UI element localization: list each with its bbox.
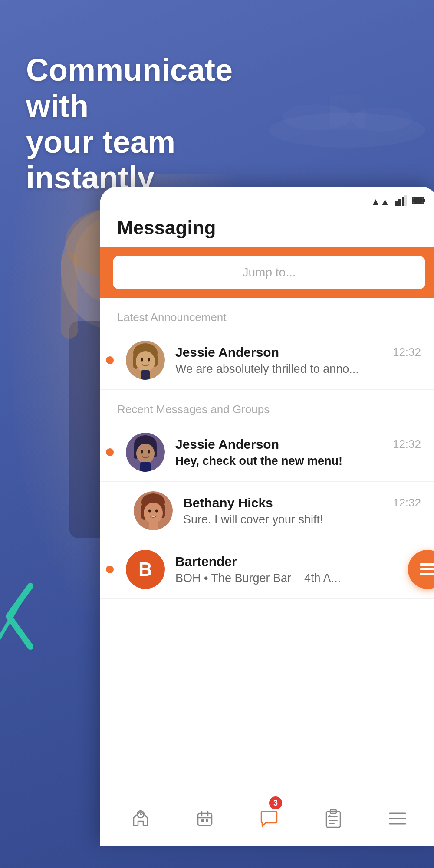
message-content: Jessie Anderson 12:32 Hey, check out the… (175, 437, 421, 468)
avatar (134, 491, 173, 530)
svg-rect-42 (420, 568, 434, 570)
svg-rect-11 (398, 199, 401, 206)
svg-rect-13 (404, 195, 407, 206)
svg-point-38 (148, 510, 151, 513)
message-time: 12:32 (393, 437, 421, 451)
svg-point-22 (141, 358, 143, 362)
message-header: Bartender (175, 554, 421, 569)
message-header: Bethany Hicks 12:32 (183, 496, 421, 510)
message-preview: Sure. I will cover your shift! (183, 513, 421, 526)
section-label-recent: Recent Messages and Groups (100, 390, 434, 423)
chat-icon (260, 810, 279, 827)
message-preview: Hey, check out the new menu! (175, 454, 421, 468)
unread-indicator (106, 566, 114, 573)
wifi-icon: ▲▲ (371, 196, 390, 207)
message-header: Jessie Anderson 12:32 (175, 345, 421, 360)
menu-fab-icon (420, 563, 434, 575)
decorative-arrow (0, 577, 39, 655)
message-header: Jessie Anderson 12:32 (175, 437, 421, 452)
svg-point-39 (155, 510, 158, 513)
app-header: Messaging (100, 213, 434, 247)
svg-point-37 (144, 503, 163, 523)
svg-rect-3 (330, 95, 365, 130)
section-label-announcements: Latest Announcement (100, 298, 434, 331)
jump-bar-container[interactable]: Jump to... (100, 247, 434, 298)
message-badge: 3 (269, 796, 282, 809)
message-content: Bartender BOH • The Burger Bar – 4th A..… (175, 554, 421, 585)
message-preview: We are absolutely thrilled to anno... (175, 362, 421, 376)
app-card: ▲▲ Messaging Jump to... Latest Announcem (100, 187, 434, 846)
sender-name: Bethany Hicks (183, 496, 273, 510)
unread-indicator (106, 448, 114, 456)
svg-rect-8 (61, 252, 78, 339)
svg-rect-45 (198, 813, 212, 825)
avatar-letter: B (126, 550, 165, 589)
nav-item-messages[interactable]: 3 (237, 790, 301, 846)
svg-rect-12 (402, 197, 404, 206)
calendar-icon (196, 810, 214, 827)
nav-item-home[interactable] (108, 790, 173, 846)
message-content: Bethany Hicks 12:32 Sure. I will cover y… (183, 496, 421, 526)
sender-name: Jessie Anderson (175, 345, 279, 360)
svg-point-29 (136, 444, 155, 464)
message-item[interactable]: Jessie Anderson 12:32 Hey, check out the… (100, 423, 434, 482)
svg-rect-32 (140, 462, 151, 472)
svg-rect-40 (149, 522, 158, 530)
message-item[interactable]: Bethany Hicks 12:32 Sure. I will cover y… (100, 482, 434, 540)
jump-bar-placeholder: Jump to... (243, 266, 296, 279)
nav-item-tasks[interactable] (301, 790, 365, 846)
clipboard-icon (326, 809, 341, 828)
more-menu-icon (388, 811, 407, 826)
nav-item-more[interactable] (365, 790, 430, 846)
message-preview: BOH • The Burger Bar – 4th A... (175, 572, 421, 585)
svg-point-30 (141, 450, 143, 454)
message-content: Jessie Anderson 12:32 We are absolutely … (175, 345, 421, 376)
message-item[interactable]: B Bartender BOH • The Burger Bar – 4th A… (100, 540, 434, 599)
message-time: 12:32 (393, 496, 421, 510)
svg-rect-43 (420, 573, 434, 575)
svg-rect-50 (206, 819, 208, 822)
app-title: Messaging (117, 217, 421, 239)
svg-point-23 (148, 358, 150, 362)
svg-point-21 (136, 351, 155, 372)
svg-rect-41 (420, 563, 434, 566)
svg-rect-49 (201, 819, 204, 822)
message-item[interactable]: Jessie Anderson 12:32 We are absolutely … (100, 331, 434, 390)
battery-icon (412, 196, 425, 207)
sender-name: Jessie Anderson (175, 437, 279, 452)
avatar (126, 341, 165, 380)
bottom-nav: 3 (100, 790, 434, 846)
sender-name: Bartender (175, 554, 237, 569)
svg-rect-10 (395, 201, 398, 206)
message-time: 12:32 (393, 345, 421, 359)
home-icon (131, 810, 150, 827)
svg-rect-24 (141, 370, 150, 380)
svg-rect-51 (326, 812, 340, 827)
signal-icon (395, 195, 407, 208)
unread-indicator (106, 356, 114, 364)
svg-point-31 (148, 450, 150, 454)
jump-bar[interactable]: Jump to... (113, 256, 425, 289)
nav-item-calendar[interactable] (173, 790, 237, 846)
svg-rect-15 (424, 199, 425, 202)
status-bar: ▲▲ (100, 187, 434, 213)
avatar (126, 433, 165, 472)
svg-rect-16 (413, 198, 423, 203)
